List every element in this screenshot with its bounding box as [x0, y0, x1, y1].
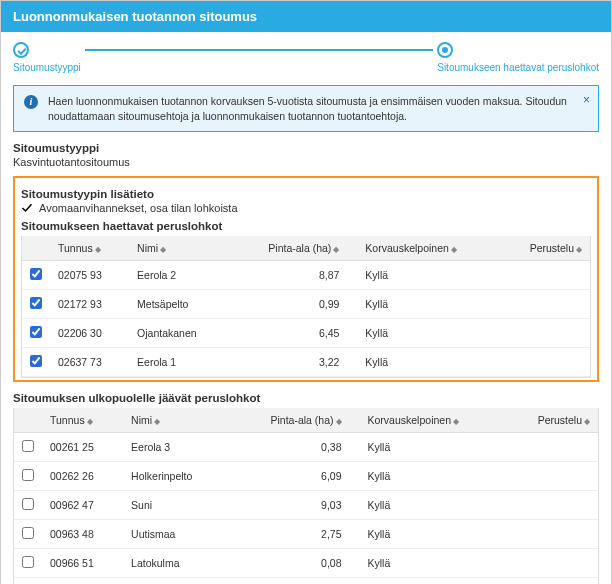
cell-pinta: 6,45: [229, 319, 357, 348]
row-checkbox[interactable]: [22, 527, 34, 539]
included-title: Sitoumukseen haettavat peruslohkot: [21, 220, 591, 232]
table-row: 00963 48Uutismaa2,75Kyllä: [14, 520, 598, 549]
table-row: 02637 73Eerola 13,22Kyllä: [22, 348, 590, 377]
cell-pinta: 5,02: [228, 578, 360, 584]
col-korv[interactable]: Korvauskelpoinen◆: [360, 408, 506, 433]
col-tunnus[interactable]: Tunnus◆: [42, 408, 123, 433]
table-row: 02172 93Metsäpelto0,99Kyllä: [22, 290, 590, 319]
cell-peru: [500, 348, 590, 377]
row-checkbox[interactable]: [22, 440, 34, 452]
extra-value: Avomaanvihannekset, osa tilan lohkoista: [39, 202, 238, 214]
cell-pinta: 0,99: [229, 290, 357, 319]
cell-peru: [500, 261, 590, 290]
cell-nimi: U1 Pirttilä: [123, 578, 228, 584]
table-row: 00966 51Latokulma0,08Kyllä: [14, 549, 598, 578]
excluded-table: Tunnus◆ Nimi◆ Pinta-ala (ha)◆ Korvauskel…: [14, 408, 598, 584]
sort-icon: ◆: [336, 417, 342, 426]
alert-text: Haen luonnonmukaisen tuotannon korvaukse…: [48, 95, 567, 122]
table-row: 02075 93Eerola 28,87Kyllä: [22, 261, 590, 290]
info-icon: i: [24, 95, 38, 109]
cell-tunnus: 02620 56: [42, 578, 123, 584]
row-checkbox[interactable]: [30, 326, 42, 338]
cell-tunnus: 00966 51: [42, 549, 123, 578]
extra-label: Sitoumustyypin lisätieto: [21, 188, 591, 200]
cell-nimi: Metsäpelto: [129, 290, 229, 319]
sort-icon: ◆: [584, 417, 590, 426]
cell-korv: Kyllä: [357, 348, 499, 377]
cell-korv: Kyllä: [357, 261, 499, 290]
cell-tunnus: 00962 47: [42, 491, 123, 520]
cell-tunnus: 00261 25: [42, 433, 123, 462]
check-icon: [21, 202, 33, 214]
cell-korv: Ei: [360, 578, 506, 584]
sort-icon: ◆: [154, 417, 160, 426]
cell-korv: Kyllä: [360, 462, 506, 491]
cell-pinta: 3,22: [229, 348, 357, 377]
panel-title: Luonnonmukaisen tuotannon sitoumus: [1, 1, 611, 32]
row-checkbox[interactable]: [30, 268, 42, 280]
step1-label[interactable]: Sitoumustyyppi: [13, 62, 81, 73]
row-checkbox[interactable]: [22, 469, 34, 481]
cell-tunnus: 00262 26: [42, 462, 123, 491]
stepper: Sitoumustyyppi Sitoumukseen haettavat pe…: [13, 42, 599, 73]
sort-icon: ◆: [453, 417, 459, 426]
cell-peru: [500, 319, 590, 348]
included-table: Tunnus◆ Nimi◆ Pinta-ala (ha)◆ Korvauskel…: [22, 236, 590, 377]
cell-peru: [505, 491, 598, 520]
col-nimi[interactable]: Nimi◆: [123, 408, 228, 433]
col-pinta[interactable]: Pinta-ala (ha)◆: [229, 236, 357, 261]
excluded-title: Sitoumuksen ulkopuolelle jäävät perusloh…: [13, 392, 599, 404]
cell-korv: Kyllä: [360, 433, 506, 462]
col-nimi[interactable]: Nimi◆: [129, 236, 229, 261]
col-korv[interactable]: Korvauskelpoinen◆: [357, 236, 499, 261]
table-row: 00261 25Eerola 30,38Kyllä: [14, 433, 598, 462]
cell-tunnus: 02075 93: [50, 261, 129, 290]
cell-nimi: Holkerinpelto: [123, 462, 228, 491]
col-peru[interactable]: Perustelu◆: [500, 236, 590, 261]
cell-pinta: 8,87: [229, 261, 357, 290]
step2-icon[interactable]: [437, 42, 453, 58]
cell-pinta: 0,08: [228, 549, 360, 578]
col-peru[interactable]: Perustelu◆: [505, 408, 598, 433]
step-connector: [85, 49, 433, 51]
cell-peru: [505, 462, 598, 491]
cell-nimi: Ojantakanen: [129, 319, 229, 348]
cell-peru: [505, 578, 598, 584]
row-checkbox[interactable]: [22, 556, 34, 568]
sort-icon: ◆: [333, 245, 339, 254]
type-value: Kasvintuotantositoumus: [13, 156, 599, 168]
cell-korv: Kyllä: [357, 319, 499, 348]
cell-pinta: 2,75: [228, 520, 360, 549]
col-pinta[interactable]: Pinta-ala (ha)◆: [228, 408, 360, 433]
cell-nimi: Eerola 2: [129, 261, 229, 290]
commitment-panel: Luonnonmukaisen tuotannon sitoumus Sitou…: [0, 0, 612, 584]
cell-peru: [505, 549, 598, 578]
cell-pinta: 9,03: [228, 491, 360, 520]
table-row: 00262 26Holkerinpelto6,09Kyllä: [14, 462, 598, 491]
cell-korv: Kyllä: [360, 491, 506, 520]
close-icon[interactable]: ×: [583, 92, 590, 109]
cell-korv: Kyllä: [357, 290, 499, 319]
cell-korv: Kyllä: [360, 520, 506, 549]
cell-peru: [505, 520, 598, 549]
type-label: Sitoumustyyppi: [13, 142, 599, 154]
step2-label[interactable]: Sitoumukseen haettavat peruslohkot: [437, 62, 599, 73]
cell-pinta: 0,38: [228, 433, 360, 462]
row-checkbox[interactable]: [22, 498, 34, 510]
cell-korv: Kyllä: [360, 549, 506, 578]
highlight-box: Sitoumustyypin lisätieto Avomaanvihannek…: [13, 176, 599, 382]
cell-nimi: Eerola 1: [129, 348, 229, 377]
row-checkbox[interactable]: [30, 355, 42, 367]
table-row: 02206 30Ojantakanen6,45Kyllä: [22, 319, 590, 348]
col-tunnus[interactable]: Tunnus◆: [50, 236, 129, 261]
step1-icon[interactable]: [13, 42, 29, 58]
table-row: 00962 47Suni9,03Kyllä: [14, 491, 598, 520]
cell-pinta: 6,09: [228, 462, 360, 491]
row-checkbox[interactable]: [30, 297, 42, 309]
cell-nimi: Suni: [123, 491, 228, 520]
cell-tunnus: 02172 93: [50, 290, 129, 319]
cell-peru: [505, 433, 598, 462]
cell-nimi: Eerola 3: [123, 433, 228, 462]
sort-icon: ◆: [451, 245, 457, 254]
cell-peru: [500, 290, 590, 319]
